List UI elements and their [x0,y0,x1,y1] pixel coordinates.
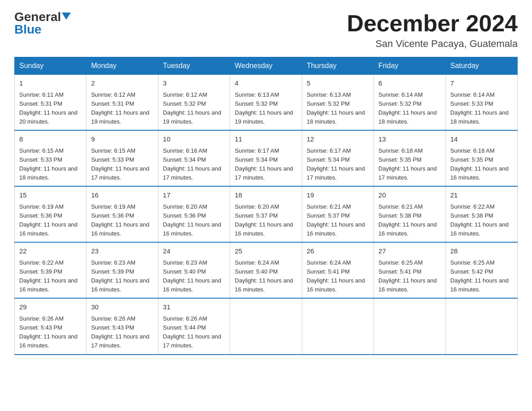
calendar-day-cell: 13Sunrise: 6:18 AMSunset: 5:35 PMDayligh… [374,130,446,186]
day-info: Sunrise: 6:24 AMSunset: 5:41 PMDaylight:… [307,259,365,293]
day-info: Sunrise: 6:22 AMSunset: 5:38 PMDaylight:… [450,203,509,237]
calendar-header: SundayMondayTuesdayWednesdayThursdayFrid… [15,57,518,75]
logo-arrow-icon [62,13,71,20]
day-info: Sunrise: 6:22 AMSunset: 5:39 PMDaylight:… [19,259,77,293]
day-info: Sunrise: 6:17 AMSunset: 5:34 PMDaylight:… [235,147,293,181]
calendar-day-cell: 26Sunrise: 6:24 AMSunset: 5:41 PMDayligh… [302,242,373,298]
logo-blue-text: Blue [14,23,42,36]
day-number: 29 [19,302,82,313]
day-number: 3 [163,78,225,89]
day-number: 9 [91,134,153,145]
day-info: Sunrise: 6:21 AMSunset: 5:37 PMDaylight:… [307,203,365,237]
day-number: 4 [235,78,297,89]
day-info: Sunrise: 6:19 AMSunset: 5:36 PMDaylight:… [19,203,77,237]
day-number: 15 [19,190,82,201]
day-number: 2 [91,78,153,89]
logo: General Blue [14,11,71,36]
day-info: Sunrise: 6:23 AMSunset: 5:39 PMDaylight:… [91,259,149,293]
weekday-header-saturday: Saturday [446,57,517,75]
weekday-header-thursday: Thursday [302,57,373,75]
day-info: Sunrise: 6:12 AMSunset: 5:31 PMDaylight:… [91,91,149,125]
calendar-week-row: 8Sunrise: 6:15 AMSunset: 5:33 PMDaylight… [15,130,518,186]
day-info: Sunrise: 6:11 AMSunset: 5:31 PMDaylight:… [19,91,77,125]
calendar-day-cell: 31Sunrise: 6:26 AMSunset: 5:44 PMDayligh… [158,298,230,354]
calendar-day-cell: 12Sunrise: 6:17 AMSunset: 5:34 PMDayligh… [302,130,373,186]
calendar-day-cell: 8Sunrise: 6:15 AMSunset: 5:33 PMDaylight… [15,130,86,186]
calendar-week-row: 29Sunrise: 6:26 AMSunset: 5:43 PMDayligh… [15,298,518,354]
calendar-day-cell: 24Sunrise: 6:23 AMSunset: 5:40 PMDayligh… [158,242,230,298]
day-number: 28 [450,246,513,257]
day-number: 11 [235,134,297,145]
calendar-day-cell: 11Sunrise: 6:17 AMSunset: 5:34 PMDayligh… [230,130,302,186]
calendar-day-cell [230,298,302,354]
calendar-table: SundayMondayTuesdayWednesdayThursdayFrid… [14,57,518,355]
day-number: 18 [235,190,297,201]
logo-general-text: General [14,11,61,23]
day-number: 23 [91,246,153,257]
day-number: 13 [378,134,441,145]
day-info: Sunrise: 6:15 AMSunset: 5:33 PMDaylight:… [91,147,149,181]
day-number: 10 [163,134,225,145]
calendar-day-cell: 14Sunrise: 6:18 AMSunset: 5:35 PMDayligh… [446,130,517,186]
calendar-day-cell [446,298,517,354]
calendar-day-cell: 28Sunrise: 6:25 AMSunset: 5:42 PMDayligh… [446,242,517,298]
month-title: December 2024 [347,11,518,36]
day-number: 14 [450,134,513,145]
calendar-day-cell: 30Sunrise: 6:26 AMSunset: 5:43 PMDayligh… [86,298,158,354]
day-info: Sunrise: 6:13 AMSunset: 5:32 PMDaylight:… [235,91,293,125]
weekday-header-friday: Friday [374,57,446,75]
calendar-day-cell: 20Sunrise: 6:21 AMSunset: 5:38 PMDayligh… [374,186,446,242]
calendar-day-cell: 6Sunrise: 6:14 AMSunset: 5:32 PMDaylight… [374,75,446,131]
calendar-day-cell: 5Sunrise: 6:13 AMSunset: 5:32 PMDaylight… [302,75,373,131]
calendar-week-row: 1Sunrise: 6:11 AMSunset: 5:31 PMDaylight… [15,75,518,131]
day-number: 20 [378,190,441,201]
calendar-day-cell: 2Sunrise: 6:12 AMSunset: 5:31 PMDaylight… [86,75,158,131]
calendar-day-cell: 1Sunrise: 6:11 AMSunset: 5:31 PMDaylight… [15,75,86,131]
location-subtitle: San Vicente Pacaya, Guatemala [347,38,518,50]
calendar-day-cell: 22Sunrise: 6:22 AMSunset: 5:39 PMDayligh… [15,242,86,298]
day-info: Sunrise: 6:19 AMSunset: 5:36 PMDaylight:… [91,203,149,237]
calendar-day-cell: 19Sunrise: 6:21 AMSunset: 5:37 PMDayligh… [302,186,373,242]
day-number: 22 [19,246,82,257]
day-number: 30 [91,302,153,313]
day-info: Sunrise: 6:24 AMSunset: 5:40 PMDaylight:… [235,259,293,293]
day-info: Sunrise: 6:14 AMSunset: 5:33 PMDaylight:… [450,91,509,125]
page-header: General Blue December 2024 San Vicente P… [14,11,518,50]
calendar-day-cell: 23Sunrise: 6:23 AMSunset: 5:39 PMDayligh… [86,242,158,298]
weekday-header-tuesday: Tuesday [158,57,230,75]
day-info: Sunrise: 6:20 AMSunset: 5:37 PMDaylight:… [235,203,293,237]
calendar-day-cell: 25Sunrise: 6:24 AMSunset: 5:40 PMDayligh… [230,242,302,298]
weekday-header-wednesday: Wednesday [230,57,302,75]
calendar-day-cell [302,298,373,354]
day-info: Sunrise: 6:18 AMSunset: 5:35 PMDaylight:… [378,147,437,181]
calendar-day-cell: 9Sunrise: 6:15 AMSunset: 5:33 PMDaylight… [86,130,158,186]
day-number: 8 [19,134,82,145]
day-info: Sunrise: 6:23 AMSunset: 5:40 PMDaylight:… [163,259,221,293]
day-number: 25 [235,246,297,257]
day-number: 21 [450,190,513,201]
calendar-day-cell: 27Sunrise: 6:25 AMSunset: 5:41 PMDayligh… [374,242,446,298]
day-number: 31 [163,302,225,313]
calendar-day-cell: 21Sunrise: 6:22 AMSunset: 5:38 PMDayligh… [446,186,517,242]
day-info: Sunrise: 6:16 AMSunset: 5:34 PMDaylight:… [163,147,221,181]
day-info: Sunrise: 6:12 AMSunset: 5:32 PMDaylight:… [163,91,221,125]
day-number: 6 [378,78,441,89]
calendar-day-cell: 18Sunrise: 6:20 AMSunset: 5:37 PMDayligh… [230,186,302,242]
calendar-day-cell: 4Sunrise: 6:13 AMSunset: 5:32 PMDaylight… [230,75,302,131]
calendar-week-row: 15Sunrise: 6:19 AMSunset: 5:36 PMDayligh… [15,186,518,242]
day-info: Sunrise: 6:26 AMSunset: 5:43 PMDaylight:… [19,315,77,349]
day-info: Sunrise: 6:18 AMSunset: 5:35 PMDaylight:… [450,147,509,181]
day-info: Sunrise: 6:13 AMSunset: 5:32 PMDaylight:… [307,91,365,125]
calendar-week-row: 22Sunrise: 6:22 AMSunset: 5:39 PMDayligh… [15,242,518,298]
day-info: Sunrise: 6:14 AMSunset: 5:32 PMDaylight:… [378,91,437,125]
day-number: 5 [307,78,369,89]
day-info: Sunrise: 6:25 AMSunset: 5:42 PMDaylight:… [450,259,509,293]
day-info: Sunrise: 6:17 AMSunset: 5:34 PMDaylight:… [307,147,365,181]
day-number: 19 [307,190,369,201]
calendar-day-cell [374,298,446,354]
day-number: 17 [163,190,225,201]
calendar-day-cell: 15Sunrise: 6:19 AMSunset: 5:36 PMDayligh… [15,186,86,242]
calendar-day-cell: 7Sunrise: 6:14 AMSunset: 5:33 PMDaylight… [446,75,517,131]
calendar-body: 1Sunrise: 6:11 AMSunset: 5:31 PMDaylight… [15,75,518,355]
day-info: Sunrise: 6:15 AMSunset: 5:33 PMDaylight:… [19,147,77,181]
